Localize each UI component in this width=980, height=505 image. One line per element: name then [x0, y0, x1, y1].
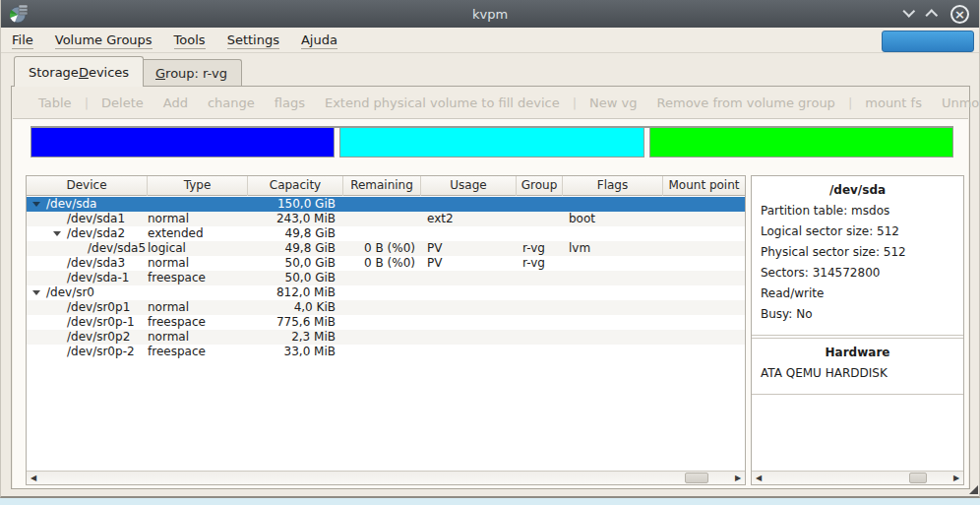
- table-row[interactable]: /dev/sda5 logical 49,8 GiB 0 B (%0) PV r…: [27, 241, 745, 256]
- flags-cell: [563, 256, 663, 271]
- flags-button[interactable]: flags: [265, 95, 315, 110]
- minimize-button[interactable]: [905, 7, 914, 21]
- device-table-body: /dev/sda 150,0 GiB /dev/sda1 normal 243,…: [27, 197, 745, 471]
- capacity-cell: 50,0 GiB: [248, 256, 343, 271]
- remove-from-vg-button[interactable]: Remove from volume group: [647, 95, 845, 110]
- table-row[interactable]: /dev/sda2 extended 49,8 GiB: [27, 226, 745, 241]
- tab-group-r-vg[interactable]: Group: r-vg: [141, 59, 242, 87]
- table-row[interactable]: /dev/sda1 normal 243,0 MiB ext2 boot: [27, 212, 745, 226]
- resize-grip[interactable]: [969, 485, 978, 494]
- menu-tools[interactable]: Tools: [163, 30, 216, 50]
- blue-partition-bar[interactable]: [31, 128, 335, 158]
- col-usage[interactable]: Usage: [421, 176, 517, 196]
- table-row[interactable]: /dev/sr0p1 normal 4,0 KiB: [27, 300, 745, 315]
- col-flags[interactable]: Flags: [563, 176, 663, 196]
- mount-fs-button[interactable]: mount fs: [855, 95, 932, 110]
- remaining-cell: [343, 212, 421, 226]
- col-remaining[interactable]: Remaining: [343, 176, 421, 196]
- scroll-right-icon[interactable]: ▶: [731, 472, 745, 484]
- pane-content: Device Type Capacity Remaining Usage Gro…: [13, 118, 968, 488]
- type-cell: [148, 197, 248, 212]
- group-cell: [517, 226, 563, 241]
- col-group[interactable]: Group: [517, 176, 563, 196]
- device-cell: /dev/sr0p1: [67, 300, 130, 314]
- menu-file[interactable]: File: [1, 30, 44, 50]
- tab-storage-devices[interactable]: Storage Devices: [14, 56, 144, 87]
- table-row[interactable]: /dev/sda3 normal 50,0 GiB 0 B (%0) PV r-…: [27, 256, 745, 271]
- table-row[interactable]: /dev/sr0p-1 freespace 775,6 MiB: [27, 315, 745, 330]
- flags-cell: lvm: [563, 241, 663, 256]
- focused-blank-button[interactable]: [882, 31, 974, 52]
- menu-volume-groups[interactable]: Volume Groups: [44, 30, 163, 50]
- usage-cell: [421, 300, 517, 315]
- table-header: Device Type Capacity Remaining Usage Gro…: [27, 176, 745, 196]
- info-line: Read/write: [761, 284, 954, 304]
- table-row[interactable]: /dev/sda-1 freespace 50,0 GiB: [27, 271, 745, 285]
- green-partition-bar[interactable]: [649, 128, 953, 158]
- table-row[interactable]: /dev/sr0p2 normal 2,3 MiB: [27, 330, 745, 345]
- scroll-left-icon[interactable]: ◀: [27, 472, 40, 484]
- menu-settings[interactable]: Settings: [216, 30, 290, 50]
- flags-cell: [563, 271, 663, 285]
- kvpm-app-icon[interactable]: [9, 4, 29, 24]
- extend-pv-button[interactable]: Extend physical volume to fill device: [315, 95, 570, 110]
- usage-cell: [421, 197, 517, 212]
- type-cell: normal: [148, 256, 248, 271]
- info-hscrollbar[interactable]: ◀ ▶: [752, 471, 963, 484]
- capacity-cell: 33,0 MiB: [248, 345, 343, 359]
- col-mount-point[interactable]: Mount point: [663, 176, 745, 196]
- mount-point-cell: [663, 212, 745, 226]
- col-type[interactable]: Type: [148, 176, 248, 196]
- info-line: Physical sector size: 512: [761, 242, 954, 263]
- flags-cell: [563, 345, 663, 359]
- new-vg-button[interactable]: New vg: [580, 95, 646, 110]
- capacity-cell: 775,6 MiB: [248, 315, 343, 330]
- group-cell: r-vg: [517, 241, 563, 256]
- remaining-cell: [343, 315, 421, 330]
- type-cell: freespace: [148, 271, 248, 285]
- capacity-cell: 150,0 GiB: [248, 197, 343, 212]
- scroll-left-icon[interactable]: ◀: [752, 472, 766, 484]
- scrollbar-thumb[interactable]: [685, 473, 708, 483]
- add-button[interactable]: Add: [153, 95, 198, 110]
- col-capacity[interactable]: Capacity: [248, 176, 343, 196]
- table-button[interactable]: Table: [29, 95, 82, 110]
- expander-triangle-icon[interactable]: [32, 290, 40, 295]
- mount-point-cell: [663, 300, 745, 315]
- group-cell: [517, 315, 563, 330]
- scrollbar-track[interactable]: [766, 472, 949, 484]
- hardware-info-section: Hardware ATA QEMU HARDDISK: [752, 338, 963, 395]
- device-table: Device Type Capacity Remaining Usage Gro…: [26, 175, 746, 485]
- expander-triangle-icon[interactable]: [32, 202, 40, 207]
- scroll-right-icon[interactable]: ▶: [949, 472, 963, 484]
- table-row[interactable]: /dev/sda 150,0 GiB: [27, 197, 745, 212]
- scrollbar-track[interactable]: [40, 472, 731, 484]
- expander-triangle-icon[interactable]: [53, 231, 61, 236]
- storage-devices-pane: Table | Delete Add change flags Extend p…: [11, 86, 970, 489]
- device-cell: /dev/sr0p-1: [67, 315, 135, 329]
- table-row[interactable]: /dev/sr0 812,0 MiB: [27, 285, 745, 300]
- remaining-cell: [343, 197, 421, 212]
- usage-cell: [421, 226, 517, 241]
- table-hscrollbar[interactable]: ◀ ▶: [27, 471, 745, 484]
- maximize-button[interactable]: [928, 7, 937, 21]
- info-line: Logical sector size: 512: [761, 221, 954, 242]
- delete-button[interactable]: Delete: [92, 95, 153, 110]
- mount-point-cell: [663, 330, 745, 345]
- usage-cell: ext2: [421, 212, 517, 226]
- remaining-cell: [343, 345, 421, 359]
- scrollbar-thumb[interactable]: [909, 473, 927, 483]
- change-button[interactable]: change: [198, 95, 265, 110]
- capacity-cell: 50,0 GiB: [248, 271, 343, 285]
- mount-point-cell: [663, 197, 745, 212]
- menu-help[interactable]: Ajuda: [290, 30, 348, 50]
- cyan-partition-bar[interactable]: [339, 128, 643, 158]
- unmount-fs-button[interactable]: Unmount fs: [932, 95, 980, 110]
- close-button[interactable]: ×: [950, 5, 969, 24]
- tabbar: Storage Devices Group: r-vg: [1, 53, 979, 87]
- mount-point-cell: [663, 271, 745, 285]
- col-device[interactable]: Device: [27, 176, 148, 196]
- table-row[interactable]: /dev/sr0p-2 freespace 33,0 MiB: [27, 345, 745, 359]
- remaining-cell: 0 B (%0): [343, 241, 421, 256]
- usage-cell: PV: [421, 256, 517, 271]
